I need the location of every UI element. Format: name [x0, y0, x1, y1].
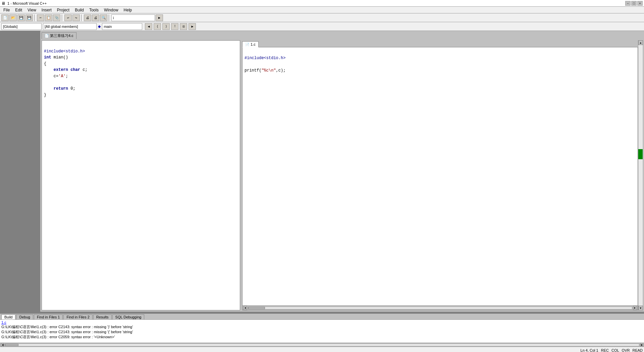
copy-button[interactable]: 📋 [45, 14, 52, 21]
title-bar-left: 🖥 1 - Microsoft Visual C++ [1, 1, 47, 6]
file-icon-left: 📄 [45, 34, 49, 38]
toolbar-main: 📄 📂 💾 💾 ✂ 📋 📎 ↩ ↪ 🖨 🖨 🔍 i ▶ [0, 13, 644, 22]
separator-2 [62, 14, 63, 21]
search-go-button[interactable]: ▶ [156, 14, 163, 21]
output-content: 1.c G:\LK\编程\C语言\file\1.c(3) : error C21… [0, 320, 644, 343]
tab-results[interactable]: Results [93, 314, 112, 319]
menu-project[interactable]: Project [54, 7, 72, 13]
output-scroll-track[interactable] [5, 344, 639, 346]
tab-debug[interactable]: Debug [16, 314, 33, 319]
vscroll-btn-down[interactable]: ▼ [638, 306, 643, 310]
menu-file[interactable]: File [1, 7, 12, 13]
right-scrollbar[interactable]: ▲ ▼ [638, 40, 643, 310]
diamond-icon: ◆ [98, 24, 101, 29]
tab-find-files-1[interactable]: Find in Files 1 [34, 314, 63, 319]
scope-members-dropdown[interactable]: [All global members] [43, 23, 97, 30]
title-bar-controls: − □ × [625, 1, 643, 6]
menu-build[interactable]: Build [72, 7, 87, 13]
menu-help[interactable]: Help [121, 7, 135, 13]
status-col: COL [611, 348, 619, 352]
tab-build[interactable]: Build [1, 314, 15, 319]
separator-4 [109, 14, 110, 21]
status-ln-col: Ln 4, Col 1 [581, 348, 598, 352]
window-title: 1 - Microsoft Visual C++ [7, 1, 47, 5]
tab-find-files-2[interactable]: Find in Files 2 [63, 314, 92, 319]
menu-bar: File Edit View Insert Project Build Tool… [0, 7, 644, 13]
nav-prev-button[interactable]: ⟨ [154, 23, 161, 30]
editor-right-wrapper: 📄 1.c #include<stdio.h> printf("%c\n",c)… [242, 40, 638, 310]
menu-edit[interactable]: Edit [12, 7, 25, 13]
menu-tools[interactable]: Tools [87, 7, 101, 13]
save-all-button[interactable]: 💾 [25, 14, 33, 21]
menu-insert[interactable]: Insert [39, 7, 54, 13]
status-ovr: OVR [622, 348, 630, 352]
print2-button[interactable]: 🖨 [92, 14, 99, 21]
maximize-button[interactable]: □ [631, 1, 637, 6]
scope-globals-dropdown[interactable]: [Globals] [1, 23, 42, 30]
tab-right-file[interactable]: 📄 1.c [242, 41, 259, 47]
separator-3 [81, 14, 83, 21]
print-button[interactable]: 🖨 [84, 14, 91, 21]
open-file-button[interactable]: 📂 [9, 14, 17, 21]
breakpoint-button[interactable]: ⊡ [180, 23, 187, 30]
separator-1 [34, 14, 36, 21]
menu-view[interactable]: View [25, 7, 39, 13]
status-read: READ [632, 348, 643, 352]
output-panel: Build Debug Find in Files 1 Find in File… [0, 313, 644, 347]
tab-sql-debugging[interactable]: SQL Debugging [112, 314, 145, 319]
output-tabs: Build Debug Find in Files 1 Find in File… [0, 314, 644, 320]
status-right: Ln 4, Col 1 REC COL OVR READ [581, 348, 643, 352]
redo-button[interactable]: ↪ [72, 14, 80, 21]
save-button[interactable]: 💾 [17, 14, 25, 21]
output-line-0: 1.c [1, 320, 643, 324]
hscroll-track[interactable] [248, 307, 632, 309]
nav-back-button[interactable]: ◀ [145, 23, 152, 30]
title-bar: 🖥 1 - Microsoft Visual C++ − □ × [0, 0, 644, 7]
hscroll-thumb [248, 307, 265, 309]
run-button[interactable]: ▶ [189, 23, 196, 30]
editor-area: 📄 第三章练习4.c #include<stdio.h> int mian() … [40, 31, 644, 312]
status-rec: REC [601, 348, 609, 352]
tab-left-label: 第三章练习4.c [50, 33, 73, 38]
scope-function-dropdown[interactable]: main [102, 23, 142, 30]
file-icon-right: 📄 [245, 43, 249, 46]
vscroll-track[interactable] [638, 45, 643, 306]
editor-left-content[interactable]: #include<stdio.h> int mian() { extern ch… [42, 41, 240, 310]
toolbar-code-nav: [Globals] [All global members] ◆ main ◀ … [0, 22, 644, 31]
output-filename[interactable]: 1.c [1, 320, 6, 324]
output-scroll-btn-left[interactable]: ◀ [1, 343, 4, 347]
undo-button[interactable]: ↩ [64, 14, 72, 21]
output-scroll-btn-right[interactable]: ▶ [640, 343, 643, 347]
paste-button[interactable]: 📎 [53, 14, 60, 21]
tab-right-label: 1.c [251, 42, 256, 46]
output-hscroll[interactable]: ◀ ▶ [0, 343, 644, 347]
status-bar: Ln 4, Col 1 REC COL OVR READ [0, 347, 644, 352]
editor-right-hscroll[interactable]: ◀ ▶ [243, 305, 638, 310]
vscroll-thumb [638, 149, 643, 159]
new-file-button[interactable]: 📄 [1, 14, 9, 21]
editor-right[interactable]: #include<stdio.h> printf("%c\n",c); ◀ ▶ [242, 47, 638, 310]
main-area: 📄 第三章练习4.c #include<stdio.h> int mian() … [0, 31, 644, 312]
output-scroll-thumb [5, 344, 18, 346]
left-panel [0, 31, 40, 312]
cut-button[interactable]: ✂ [37, 14, 44, 21]
close-button[interactable]: × [637, 1, 643, 6]
menu-window[interactable]: Window [101, 7, 121, 13]
search-input[interactable]: i [111, 14, 155, 21]
tab-left-file[interactable]: 📄 第三章练习4.c [42, 32, 76, 39]
find-button[interactable]: 🔍 [100, 14, 107, 21]
editor-left[interactable]: #include<stdio.h> int mian() { extern ch… [42, 40, 240, 310]
bookmark-button[interactable]: ! [171, 23, 178, 30]
hscroll-btn-right[interactable]: ▶ [633, 306, 637, 310]
nav-next-button[interactable]: ⟩ [162, 23, 170, 30]
app-icon: 🖥 [1, 1, 5, 6]
output-line-1: G:\LK\编程\C语言\file\1.c(3) : error C2143: … [1, 324, 643, 329]
minimize-button[interactable]: − [625, 1, 631, 6]
output-line-3: G:\LK\编程\C语言\file\1.c(3) : error C2059: … [1, 335, 643, 340]
editor-right-content[interactable]: #include<stdio.h> printf("%c\n",c); [243, 47, 638, 305]
hscroll-btn-left[interactable]: ◀ [243, 306, 247, 310]
vscroll-btn-up[interactable]: ▲ [638, 40, 643, 45]
output-line-2: G:\LK\编程\C语言\file\1.c(3) : error C2143: … [1, 329, 643, 335]
